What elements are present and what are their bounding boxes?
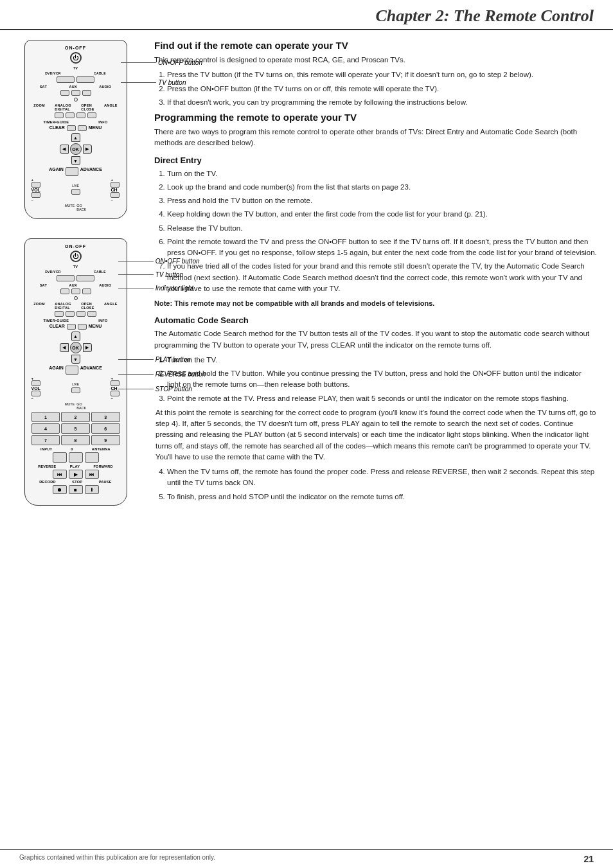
direct-entry-step-3: Press and hold the TV button on the remo… (167, 195, 597, 206)
right-column: Find out if the remote can operate your … (148, 30, 613, 528)
remote2-image: ON-OFF ⏻ TV DVD/VCR CABLE SATAUXAUDIO (24, 238, 127, 506)
direct-entry-step-6: Point the remote toward the TV and press… (167, 236, 597, 259)
direct-entry-step-2: Look up the brand and code number(s) fro… (167, 182, 597, 193)
automatic-title: Automatic Code Search (154, 315, 597, 325)
auto-step-2: Press and hold the TV button. While you … (167, 368, 597, 391)
find-out-title: Find out if the remote can operate your … (154, 40, 597, 51)
direct-entry-step-5: Release the TV button. (167, 223, 597, 234)
stop-button: ■ (69, 485, 83, 494)
programming-title: Programming the remote to operate your T… (154, 112, 597, 123)
direct-entry-step-1: Turn on the TV. (167, 168, 597, 179)
remote1-power-btn: ⏻ (70, 52, 82, 64)
remote1-image: ON-OFF ⏻ TV DVD/VCR CABLE SATAUXAUDIO (24, 40, 127, 219)
programming-intro: There are two ways to program this remot… (154, 127, 597, 149)
remote2-transport-row1: ⏮ ▶ ⏭ (29, 470, 123, 479)
remote2-play-label: PLAY button (155, 356, 191, 363)
find-out-steps: Press the TV button (if the TV turns on,… (167, 69, 597, 108)
remote2-numpad: 1 2 3 4 5 6 7 8 9 (31, 412, 120, 445)
remote1-onoff-label: ON•OFF button (158, 59, 202, 66)
direct-entry-steps: Turn on the TV. Look up the brand and co… (167, 168, 597, 295)
auto-step-1: Turn on the TV. (167, 355, 597, 366)
remote2-reverse-label: REVERSE button (155, 371, 206, 378)
auto-step-5: To finish, press and hold STOP until the… (167, 492, 597, 502)
direct-entry-step-4: Keep holding down the TV button, and ent… (167, 209, 597, 220)
remote2-transport-row2: ⏺ ■ ⏸ (29, 485, 123, 494)
direct-entry-title: Direct Entry (154, 155, 597, 165)
remote2-power-btn: ⏻ (70, 251, 82, 262)
find-out-step-2: Press the ON•OFF button (if the TV turns… (167, 84, 597, 94)
find-out-step-3: If that doesn't work, you can try progra… (167, 97, 597, 108)
remote2-onoff-label: ON•OFF button (155, 258, 200, 265)
remote1-tv-label: TV button (158, 79, 186, 86)
footer-text: Graphics contained within this publicati… (19, 854, 215, 864)
remote2-tv-label: TV button (155, 271, 183, 278)
left-column: ON-OFF ⏻ TV DVD/VCR CABLE SATAUXAUDIO (0, 30, 148, 528)
direct-entry-step-7: If you have tried all of the codes liste… (167, 261, 597, 294)
find-out-intro: This remote control is designed to opera… (154, 55, 597, 66)
automatic-steps: Turn on the TV. Press and hold the TV bu… (167, 355, 597, 502)
automatic-intro: The Automatic Code Search method for the… (154, 328, 597, 351)
remote1-wrapper: ON-OFF ⏻ TV DVD/VCR CABLE SATAUXAUDIO (10, 40, 141, 219)
auto-step-3: Point the remote at the TV. Press and re… (167, 393, 597, 463)
compatibility-note: Note: This remote may not be compatible … (154, 298, 597, 309)
auto-step-4: When the TV turns off, the remote has fo… (167, 466, 597, 489)
remote2-dpad: ▲ ◀ OK ▶ ▼ (60, 332, 92, 364)
page-footer: Graphics contained within this publicati… (0, 849, 613, 868)
page-header: Chapter 2: The Remote Control (0, 0, 613, 30)
page-body: ON-OFF ⏻ TV DVD/VCR CABLE SATAUXAUDIO (0, 30, 613, 528)
remote2-indicator-label: Indicator light (155, 285, 193, 292)
remote2-stop-label: STOP button (155, 385, 192, 393)
find-out-step-1: Press the TV button (if the TV turns on,… (167, 69, 597, 80)
remote2-wrapper: ON-OFF ⏻ TV DVD/VCR CABLE SATAUXAUDIO (10, 238, 141, 506)
chapter-title: Chapter 2: The Remote Control (376, 6, 594, 25)
remote1-dpad: ▲ ◀ OK ▶ ▼ (60, 133, 92, 165)
remote1-callouts: ON•OFF button TV button (121, 59, 202, 86)
page-number: 21 (583, 854, 594, 864)
remote2-callouts: ON•OFF button TV button Indicator light … (118, 258, 206, 393)
